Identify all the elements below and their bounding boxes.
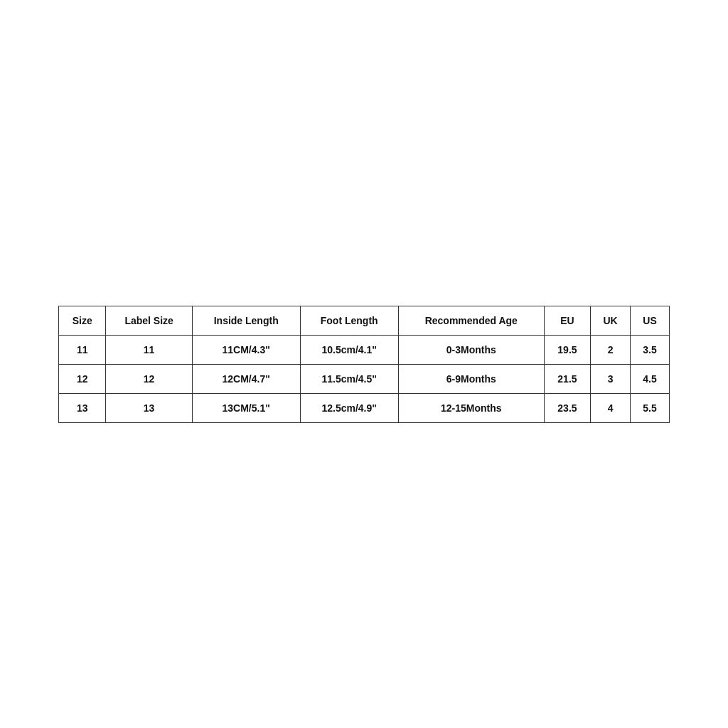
cell-foot-length: 11.5cm/4.5" [300,364,398,393]
cell-foot-length: 12.5cm/4.9" [300,393,398,422]
col-header-inside-length: Inside Length [192,306,300,335]
cell-recommended-age: 6-9Months [398,364,544,393]
size-chart-table: Size Label Size Inside Length Foot Lengt… [58,306,670,423]
cell-size: 13 [59,393,106,422]
cell-uk: 3 [591,364,631,393]
cell-foot-length: 10.5cm/4.1" [300,335,398,364]
cell-size: 11 [59,335,106,364]
cell-inside-length: 13CM/5.1" [192,393,300,422]
table-header-row: Size Label Size Inside Length Foot Lengt… [59,306,670,335]
col-header-label-size: Label Size [106,306,192,335]
table-row: 12 12 12CM/4.7" 11.5cm/4.5" 6-9Months 21… [59,364,670,393]
cell-label-size: 12 [106,364,192,393]
col-header-eu: EU [544,306,590,335]
cell-size: 12 [59,364,106,393]
cell-us: 3.5 [631,335,670,364]
cell-label-size: 13 [106,393,192,422]
col-header-recommended-age: Recommended Age [398,306,544,335]
cell-inside-length: 12CM/4.7" [192,364,300,393]
cell-eu: 23.5 [544,393,590,422]
cell-us: 5.5 [631,393,670,422]
col-header-foot-length: Foot Length [300,306,398,335]
cell-uk: 4 [591,393,631,422]
cell-us: 4.5 [631,364,670,393]
cell-recommended-age: 0-3Months [398,335,544,364]
cell-eu: 21.5 [544,364,590,393]
col-header-us: US [631,306,670,335]
table-row: 13 13 13CM/5.1" 12.5cm/4.9" 12-15Months … [59,393,670,422]
cell-uk: 2 [591,335,631,364]
cell-inside-length: 11CM/4.3" [192,335,300,364]
col-header-uk: UK [591,306,631,335]
col-header-size: Size [59,306,106,335]
size-chart-container: Size Label Size Inside Length Foot Lengt… [58,306,670,423]
table-row: 11 11 11CM/4.3" 10.5cm/4.1" 0-3Months 19… [59,335,670,364]
cell-label-size: 11 [106,335,192,364]
cell-recommended-age: 12-15Months [398,393,544,422]
cell-eu: 19.5 [544,335,590,364]
